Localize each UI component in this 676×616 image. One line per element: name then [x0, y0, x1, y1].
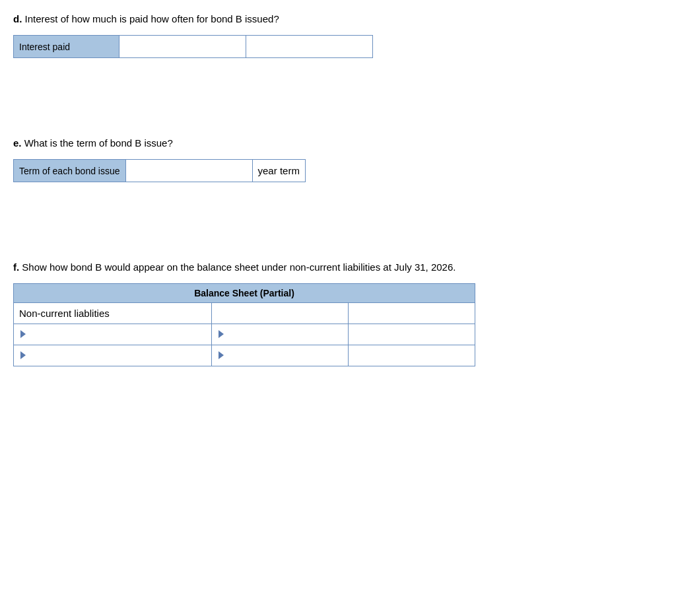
balance-sheet-table: Balance Sheet (Partial) Non-current liab…	[13, 283, 475, 366]
interest-paid-input1-cell	[119, 36, 246, 58]
row2-value2-input[interactable]	[354, 329, 469, 340]
row2-value1-input[interactable]	[227, 329, 339, 340]
question-f-text: Show how bond B would appear on the bala…	[19, 261, 456, 273]
question-e-text: What is the term of bond B issue?	[22, 137, 173, 149]
arrow-icon	[219, 351, 224, 359]
table-row: Non-current liablities	[14, 303, 475, 324]
noncurrent-value2-input[interactable]	[354, 308, 469, 319]
question-e-table: Term of each bond issue year term	[13, 159, 306, 182]
term-label: Term of each bond issue	[14, 160, 126, 182]
arrow-icon	[20, 351, 26, 359]
noncurrent-value1-cell	[212, 303, 348, 324]
table-row	[14, 324, 475, 345]
question-d-bold: d.	[13, 13, 22, 24]
year-term-text: year term	[252, 160, 305, 182]
table-row	[14, 345, 475, 366]
noncurrent-label: Non-current liablities	[14, 303, 212, 324]
interest-paid-label: Interest paid	[14, 36, 119, 58]
interest-paid-input1[interactable]	[125, 42, 240, 52]
row3-value1-cell	[212, 345, 348, 366]
row3-value2-cell	[348, 345, 475, 366]
row3-label-cell	[14, 345, 212, 366]
question-d-text: Interest of how much is paid how often f…	[22, 13, 279, 24]
question-d-table: Interest paid	[13, 35, 373, 58]
question-e-label: e. What is the term of bond B issue?	[13, 137, 663, 149]
interest-paid-input2-cell	[246, 36, 373, 58]
noncurrent-value2-cell	[348, 303, 475, 324]
row3-value1-input[interactable]	[227, 351, 339, 361]
balance-sheet-header-row: Balance Sheet (Partial)	[14, 284, 475, 303]
arrow-icon	[219, 330, 224, 338]
question-e: e. What is the term of bond B issue? Ter…	[13, 137, 663, 182]
row2-value2-cell	[348, 324, 475, 345]
term-input-cell	[125, 160, 252, 182]
question-d: d. Interest of how much is paid how ofte…	[13, 13, 663, 58]
table-row: Interest paid	[14, 36, 373, 58]
row3-value2-input[interactable]	[354, 351, 469, 361]
row2-value1-cell	[212, 324, 348, 345]
question-f: f. Show how bond B would appear on the b…	[13, 261, 663, 366]
question-f-label: f. Show how bond B would appear on the b…	[13, 261, 663, 273]
question-f-bold: f.	[13, 261, 19, 273]
arrow-icon	[20, 330, 26, 338]
interest-paid-input2[interactable]	[252, 42, 367, 52]
term-input[interactable]	[131, 166, 247, 176]
question-e-bold: e.	[13, 137, 22, 149]
balance-sheet-header: Balance Sheet (Partial)	[14, 284, 475, 303]
row3-label-input[interactable]	[28, 351, 202, 361]
table-row: Term of each bond issue year term	[14, 160, 306, 182]
noncurrent-value1-input[interactable]	[217, 308, 342, 319]
row2-label-cell	[14, 324, 212, 345]
question-d-label: d. Interest of how much is paid how ofte…	[13, 13, 663, 24]
balance-sheet-container: Balance Sheet (Partial) Non-current liab…	[13, 283, 475, 366]
row2-label-input[interactable]	[28, 329, 202, 340]
